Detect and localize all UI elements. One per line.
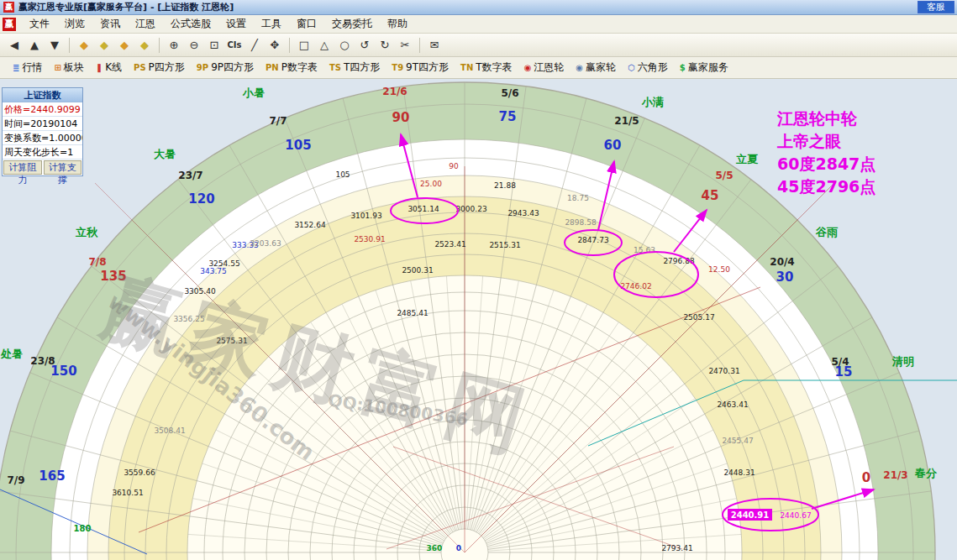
nav-down-icon[interactable]: ▼ xyxy=(45,37,64,54)
panel-rows: 价格=2440.9099时间=20190104变换系数=1.00000周天变化步… xyxy=(3,102,82,160)
svg-text:5/5: 5/5 xyxy=(715,170,733,181)
svg-text:105: 105 xyxy=(335,170,350,179)
menu-item-工具[interactable]: 工具 xyxy=(254,15,289,33)
toolbar-separator xyxy=(69,38,70,53)
menu-item-交易委托[interactable]: 交易委托 xyxy=(324,15,380,33)
svg-text:大暑: 大暑 xyxy=(154,148,176,160)
menu-item-公式选股[interactable]: 公式选股 xyxy=(163,15,218,33)
svg-text:75: 75 xyxy=(499,109,517,124)
svg-text:2575.31: 2575.31 xyxy=(216,337,247,345)
p-number-table-icon: PN xyxy=(266,63,279,72)
svg-text:18.75: 18.75 xyxy=(567,194,589,202)
svg-text:2470.31: 2470.31 xyxy=(708,367,739,375)
quotes-icon: ≣ xyxy=(13,63,19,72)
svg-text:3356.25: 3356.25 xyxy=(173,315,204,323)
svg-text:清明: 清明 xyxy=(891,355,914,368)
svg-text:21/6: 21/6 xyxy=(382,86,407,97)
svg-text:7/7: 7/7 xyxy=(269,115,287,127)
9t-square-icon: T9 xyxy=(392,63,403,72)
svg-text:5/6: 5/6 xyxy=(501,87,518,99)
svg-text:2898.58: 2898.58 xyxy=(565,218,596,227)
svg-text:2523.41: 2523.41 xyxy=(434,240,465,249)
toolbar-item-9p-square[interactable]: 9P9P四方形 xyxy=(191,60,260,75)
menu-item-浏览[interactable]: 浏览 xyxy=(57,15,92,33)
ruler-icon[interactable]: ╱ xyxy=(245,37,264,54)
ellipse-tool-icon[interactable]: ○ xyxy=(335,37,354,54)
svg-text:23/7: 23/7 xyxy=(178,170,202,181)
gann-wheel-icon: ◉ xyxy=(524,63,532,72)
toolbar-item-9t-square[interactable]: T99T四方形 xyxy=(386,60,455,75)
svg-text:60: 60 xyxy=(604,138,622,153)
button-计算阻力[interactable]: 计算阻力 xyxy=(3,160,42,175)
zoom-out-icon[interactable]: ⊖ xyxy=(185,37,203,54)
chart-area: 25.0021.8818.7515.6312.50333.33343.75305… xyxy=(0,79,957,560)
svg-text:360: 360 xyxy=(427,544,443,552)
cls-button[interactable]: CIs xyxy=(225,37,244,54)
panel-row: 时间=20190104 xyxy=(3,117,82,131)
svg-text:3051.14: 3051.14 xyxy=(408,205,439,213)
button-计算支撑[interactable]: 计算支撑 xyxy=(44,160,82,175)
move-icon[interactable]: ✥ xyxy=(266,37,284,54)
menu-item-江恩[interactable]: 江恩 xyxy=(128,15,163,33)
toolbar-item-winner-wheel[interactable]: ◉赢家轮 xyxy=(570,60,622,75)
svg-text:12.50: 12.50 xyxy=(708,265,730,274)
panel-buttons: 计算阻力计算支撑 xyxy=(3,160,82,175)
index-info-panel: 上证指数 价格=2440.9099时间=20190104变换系数=1.00000… xyxy=(2,87,83,176)
nav-up-icon[interactable]: ▲ xyxy=(25,37,44,54)
gann-diamond-2-icon[interactable]: ◆ xyxy=(95,37,113,54)
toolbar-item-gann-wheel[interactable]: ◉江恩轮 xyxy=(518,60,571,75)
toolbar-item-label: 9P四方形 xyxy=(211,60,254,75)
p-square-icon: PS xyxy=(134,63,146,72)
svg-text:0: 0 xyxy=(456,544,461,552)
support-button[interactable]: 客服 xyxy=(918,1,954,13)
annotation-line: 上帝之眼 xyxy=(777,130,875,153)
toolbar-item-hexagon[interactable]: ⬡六角形 xyxy=(622,60,674,75)
menu-item-帮助[interactable]: 帮助 xyxy=(380,15,415,33)
toolbar-separator xyxy=(419,38,420,53)
toolbar-item-quotes[interactable]: ≣行情 xyxy=(7,60,48,75)
menu-item-设置[interactable]: 设置 xyxy=(218,15,254,33)
annotation-line: 60度2847点 xyxy=(777,153,875,175)
rotate-ccw-icon[interactable]: ↺ xyxy=(355,37,374,54)
annotation-line: 45度2796点 xyxy=(777,175,875,198)
svg-text:3152.64: 3152.64 xyxy=(294,221,325,229)
index-name: 上证指数 xyxy=(3,88,82,102)
toolbar-item-t-square[interactable]: TST四方形 xyxy=(323,60,386,75)
toolbar-item-label: P四方形 xyxy=(149,60,185,75)
toolbar-item-kline[interactable]: ❚K线 xyxy=(90,60,128,75)
triangle-tool-icon[interactable]: △ xyxy=(315,37,334,54)
svg-text:2455.47: 2455.47 xyxy=(722,437,753,445)
svg-text:45: 45 xyxy=(702,188,719,203)
gann-diamond-4-icon[interactable]: ◆ xyxy=(135,37,154,54)
menu-item-文件[interactable]: 文件 xyxy=(22,15,57,33)
zoom-in-icon[interactable]: ⊕ xyxy=(165,37,183,54)
annotation-line: 江恩轮中轮 xyxy=(777,107,875,130)
panel-row: 周天变化步长=1 xyxy=(3,145,82,160)
gann-diamond-3-icon[interactable]: ◆ xyxy=(115,37,134,54)
toolbar-item-winner-service[interactable]: $赢家服务 xyxy=(674,60,734,75)
svg-text:2943.43: 2943.43 xyxy=(507,209,539,217)
toolbar-item-p-square[interactable]: PSP四方形 xyxy=(128,60,191,75)
nav-left-icon[interactable]: ◀ xyxy=(5,37,24,54)
menu-item-资讯[interactable]: 资讯 xyxy=(92,15,128,33)
message-icon[interactable]: ✉ xyxy=(425,37,444,54)
rect-tool-icon[interactable]: □ xyxy=(295,37,313,54)
toolbar-item-t-number-table[interactable]: TNT数字表 xyxy=(455,60,518,75)
svg-text:2448.31: 2448.31 xyxy=(723,468,755,477)
svg-text:3000.23: 3000.23 xyxy=(455,205,486,213)
svg-text:立秋: 立秋 xyxy=(75,226,98,238)
svg-text:5/4: 5/4 xyxy=(831,356,849,368)
menu-item-窗口[interactable]: 窗口 xyxy=(289,15,324,33)
toolbar-item-label: T数字表 xyxy=(476,60,512,75)
cut-tool-icon[interactable]: ✂ xyxy=(396,37,414,54)
svg-text:165: 165 xyxy=(39,468,65,484)
fit-view-icon[interactable]: ⊡ xyxy=(205,37,223,54)
toolbar-item-p-number-table[interactable]: PNP数字表 xyxy=(260,60,323,75)
toolbar-item-label: 赢家轮 xyxy=(586,60,616,75)
toolbar-item-sectors[interactable]: ⊞板块 xyxy=(48,60,89,75)
toolbar-item-label: 六角形 xyxy=(638,60,668,75)
rotate-cw-icon[interactable]: ↻ xyxy=(376,37,394,54)
gann-diamond-1-icon[interactable]: ◆ xyxy=(75,37,93,54)
svg-text:20/4: 20/4 xyxy=(770,256,794,268)
winner-service-icon: $ xyxy=(680,63,686,72)
